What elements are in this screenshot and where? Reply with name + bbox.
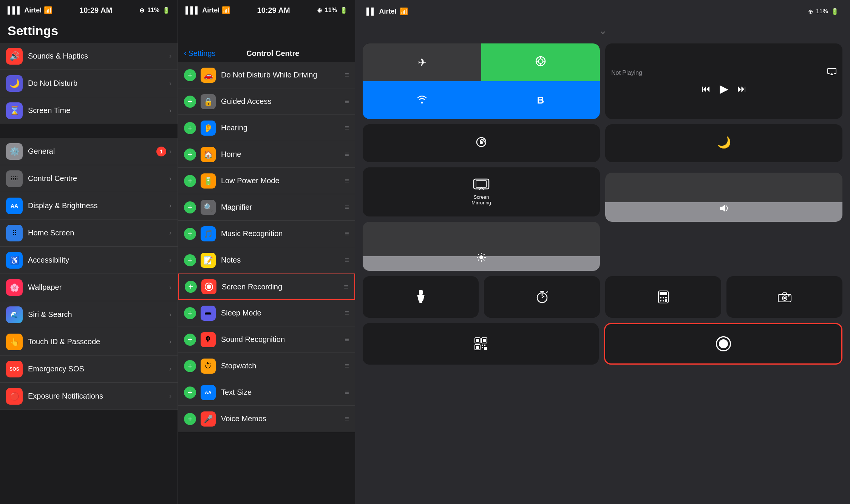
control-item-lowpower[interactable]: + 🔋 Low Power Mode ≡ bbox=[178, 168, 355, 194]
control-item-screen-recording[interactable]: + Screen Recording ≡ bbox=[178, 274, 355, 300]
play-button[interactable]: ▶ bbox=[720, 82, 728, 95]
cc-camera-tile[interactable] bbox=[726, 276, 842, 318]
add-button-textsize[interactable]: + bbox=[184, 387, 196, 399]
control-item-guided-access[interactable]: + 🔒 Guided Access ≡ bbox=[178, 88, 355, 115]
settings-item-wallpaper[interactable]: 🌸 Wallpaper › bbox=[0, 274, 178, 301]
add-button-sound[interactable]: + bbox=[184, 334, 196, 346]
control-item-sound-recognition[interactable]: + 🎙 Sound Recognition ≡ bbox=[178, 326, 355, 353]
settings-item-general[interactable]: ⚙️ General 1 › bbox=[0, 138, 178, 165]
drag-handle-icon[interactable]: ≡ bbox=[345, 97, 349, 106]
control-item-voice-memos[interactable]: + 🎤 Voice Memos ≡ bbox=[178, 406, 355, 432]
cc-signal-icon: ▌▌ bbox=[366, 8, 376, 15]
svg-marker-21 bbox=[720, 204, 725, 212]
control-item-music-recognition[interactable]: + 🎵 Music Recognition ≡ bbox=[178, 221, 355, 247]
bluetooth-button[interactable]: B bbox=[481, 81, 600, 119]
cc-screen-record-tile[interactable] bbox=[604, 323, 842, 365]
drag-handle-icon[interactable]: ≡ bbox=[345, 176, 349, 185]
settings-item-touchid[interactable]: 👆 Touch ID & Passcode › bbox=[0, 328, 178, 356]
airplay-icon[interactable] bbox=[827, 67, 836, 78]
carrier-label-2: Airtel bbox=[202, 6, 219, 14]
control-item-notes[interactable]: + 📝 Notes ≡ bbox=[178, 247, 355, 274]
add-button-hearing[interactable]: + bbox=[184, 122, 196, 134]
stopwatch-label: Stopwatch bbox=[221, 362, 345, 370]
sleep-icon-box: 🛏 bbox=[201, 306, 216, 321]
drag-handle-icon[interactable]: ≡ bbox=[345, 124, 349, 132]
add-button-notes[interactable]: + bbox=[184, 254, 196, 266]
cc-calculator-tile[interactable] bbox=[605, 276, 721, 318]
carrier-signal-2: ▌▌▌ Airtel 📶 bbox=[185, 6, 230, 14]
add-button-stopwatch[interactable]: + bbox=[184, 360, 196, 372]
chevron-icon: › bbox=[169, 229, 172, 237]
drag-handle-icon[interactable]: ≡ bbox=[345, 388, 349, 397]
settings-item-dnd[interactable]: 🌙 Do Not Disturb › bbox=[0, 70, 178, 97]
drag-handle-icon[interactable]: ≡ bbox=[345, 309, 349, 317]
cc-dnd-tile[interactable]: 🌙 bbox=[605, 124, 842, 162]
signal-icon-2: ▌▌▌ bbox=[185, 6, 200, 14]
settings-item-exposure[interactable]: 🔴 Exposure Notifications › bbox=[0, 383, 178, 410]
add-button-voicememos[interactable]: + bbox=[184, 413, 196, 425]
cellular-data-button[interactable] bbox=[481, 43, 600, 81]
airplane-icon: ✈ bbox=[418, 56, 427, 69]
cc-connectivity-tile[interactable]: ✈ bbox=[363, 43, 600, 119]
settings-item-sos[interactable]: SOS Emergency SOS › bbox=[0, 356, 178, 383]
airplane-mode-button[interactable]: ✈ bbox=[363, 43, 481, 81]
camera-icon bbox=[778, 292, 791, 302]
cc-timer-tile[interactable] bbox=[484, 276, 600, 318]
cc-chevron-down[interactable]: ⌄ bbox=[355, 23, 850, 40]
add-button-magnifier[interactable]: + bbox=[184, 201, 196, 213]
cc-torch-tile[interactable] bbox=[363, 276, 479, 318]
settings-item-controlcentre[interactable]: ⠿⠿ Control Centre › bbox=[0, 165, 178, 192]
settings-item-sounds[interactable]: 🔊 Sounds & Haptics › bbox=[0, 43, 178, 70]
settings-item-accessibility[interactable]: ♿ Accessibility › bbox=[0, 247, 178, 274]
settings-item-display[interactable]: AA Display & Brightness › bbox=[0, 192, 178, 220]
settings-item-homescreen[interactable]: ⠿ Home Screen › bbox=[0, 220, 178, 247]
add-button-guided[interactable]: + bbox=[184, 96, 196, 108]
control-item-home[interactable]: + 🏠 Home ≡ bbox=[178, 141, 355, 168]
drag-handle-icon[interactable]: ≡ bbox=[345, 362, 349, 370]
cc-rotation-lock-tile[interactable] bbox=[363, 124, 600, 162]
drag-handle-icon[interactable]: ≡ bbox=[344, 283, 348, 291]
settings-item-screentime[interactable]: ⌛ Screen Time › bbox=[0, 97, 178, 124]
rewind-button[interactable]: ⏮ bbox=[702, 83, 711, 94]
chevron-icon: › bbox=[169, 311, 172, 318]
drag-handle-icon[interactable]: ≡ bbox=[345, 335, 349, 344]
guided-icon-box: 🔒 bbox=[201, 94, 216, 109]
control-item-magnifier[interactable]: + 🔍 Magnifier ≡ bbox=[178, 194, 355, 221]
drag-handle-icon[interactable]: ≡ bbox=[345, 229, 349, 238]
control-item-sleep[interactable]: + 🛏 Sleep Mode ≡ bbox=[178, 300, 355, 326]
add-button-dnd-driving[interactable]: + bbox=[184, 69, 196, 81]
cc-volume-tile[interactable] bbox=[605, 173, 842, 222]
add-button-lowpower[interactable]: + bbox=[184, 175, 196, 187]
cc-music-tile[interactable]: Not Playing ⏮ ▶ ⏭ bbox=[605, 43, 842, 119]
drag-handle-icon[interactable]: ≡ bbox=[345, 71, 349, 79]
add-button-music[interactable]: + bbox=[184, 228, 196, 240]
record-inner-icon bbox=[719, 339, 728, 348]
exposure-label: Exposure Notifications bbox=[28, 392, 169, 400]
forward-button[interactable]: ⏭ bbox=[737, 83, 746, 94]
add-button-screen-recording[interactable]: + bbox=[185, 281, 197, 293]
music-recognition-icon-box: 🎵 bbox=[201, 226, 216, 241]
control-nav: ‹ Settings Control Centre bbox=[178, 48, 355, 58]
wifi-button[interactable] bbox=[363, 81, 481, 119]
control-item-hearing[interactable]: + 👂 Hearing ≡ bbox=[178, 115, 355, 141]
svg-rect-22 bbox=[419, 290, 423, 295]
control-item-dnd-driving[interactable]: + 🚗 Do Not Disturb While Driving ≡ bbox=[178, 62, 355, 88]
svg-point-1 bbox=[538, 59, 543, 63]
drag-handle-icon[interactable]: ≡ bbox=[345, 150, 349, 159]
add-button-sleep[interactable]: + bbox=[184, 307, 196, 319]
drag-handle-icon[interactable]: ≡ bbox=[345, 203, 349, 212]
back-button[interactable]: ‹ Settings bbox=[184, 48, 216, 58]
stopwatch-icon-box: ⏱ bbox=[201, 359, 216, 374]
add-button-home[interactable]: + bbox=[184, 148, 196, 161]
magnifier-icon-box: 🔍 bbox=[201, 200, 216, 215]
settings-item-siri[interactable]: 🌊 Siri & Search › bbox=[0, 301, 178, 328]
music-top-row: Not Playing bbox=[611, 67, 836, 78]
cc-brightness-tile[interactable] bbox=[363, 222, 600, 271]
cc-screen-mirror-tile[interactable]: Screen Mirroring bbox=[363, 167, 600, 216]
drag-handle-icon[interactable]: ≡ bbox=[345, 414, 349, 423]
drag-handle-icon[interactable]: ≡ bbox=[345, 256, 349, 264]
cc-qr-tile[interactable] bbox=[363, 323, 599, 365]
control-item-stopwatch[interactable]: + ⏱ Stopwatch ≡ bbox=[178, 353, 355, 379]
control-item-text-size[interactable]: + AA Text Size ≡ bbox=[178, 379, 355, 406]
siri-label: Siri & Search bbox=[28, 310, 169, 319]
